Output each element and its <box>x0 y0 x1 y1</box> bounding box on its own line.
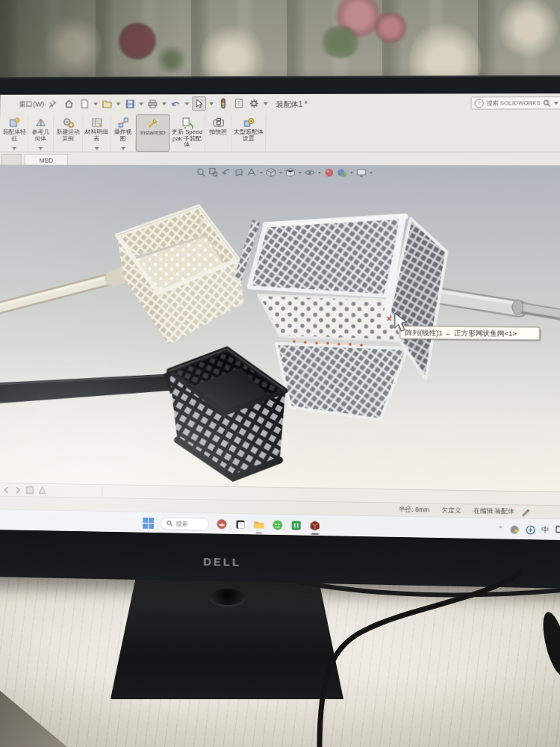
photo-of-monitor: DELL 窗口(W) 装配体1 * <box>0 0 560 747</box>
power-cables <box>0 0 560 747</box>
